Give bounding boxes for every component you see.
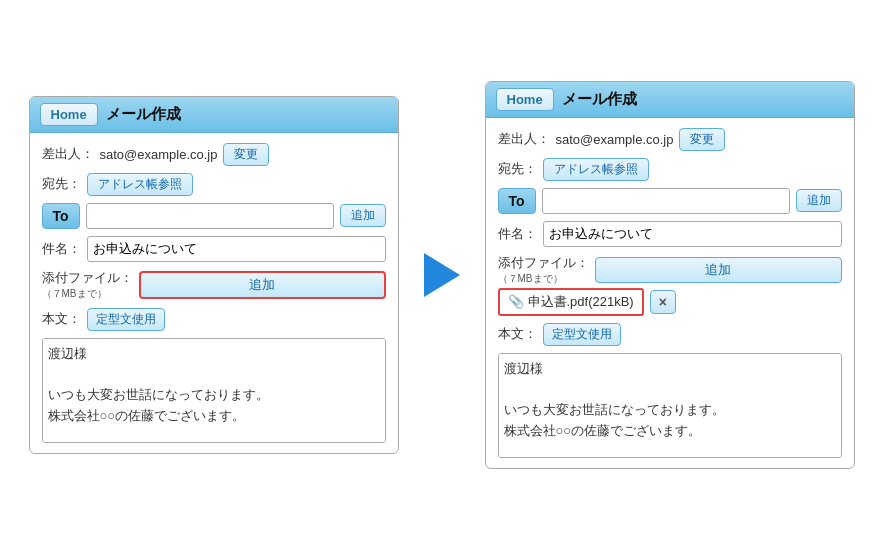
left-attach-add-button[interactable]: 追加: [139, 271, 386, 299]
left-to-add-button[interactable]: 追加: [340, 204, 386, 227]
right-body-label-row: 本文： 定型文使用: [498, 323, 842, 346]
right-panel-title: メール作成: [562, 90, 637, 109]
right-change-button[interactable]: 変更: [679, 128, 725, 151]
right-attach-label: 添付ファイル：: [498, 254, 589, 272]
right-subject-input[interactable]: [543, 221, 842, 247]
left-panel-title: メール作成: [106, 105, 181, 124]
left-recipient-row: 宛先： アドレス帳参照: [42, 173, 386, 196]
right-attach-row: 添付ファイル： （７MBまで） 追加: [498, 254, 842, 286]
right-panel-body: 差出人： sato@example.co.jp 変更 宛先： アドレス帳参照 T…: [486, 118, 854, 468]
left-body-label-row: 本文： 定型文使用: [42, 308, 386, 331]
left-to-badge: To: [42, 203, 80, 229]
right-attach-sublabel: （７MBまで）: [498, 272, 589, 286]
right-body-textarea[interactable]: 渡辺様 いつも大変お世話になっております。 株式会社○○の佐藤でございます。 先…: [498, 353, 842, 458]
paperclip-icon: 📎: [508, 294, 524, 309]
right-teikei-button[interactable]: 定型文使用: [543, 323, 621, 346]
left-home-button[interactable]: Home: [40, 103, 98, 126]
right-attached-file-row: 📎 申込書.pdf(221kB) ×: [498, 288, 842, 316]
right-attached-file-name: 申込書.pdf(221kB): [528, 293, 634, 311]
left-subject-input[interactable]: [87, 236, 386, 262]
right-subject-row: 件名：: [498, 221, 842, 247]
right-recipient-label: 宛先：: [498, 160, 537, 178]
left-sender-email: sato@example.co.jp: [100, 147, 218, 162]
left-address-book-button[interactable]: アドレス帳参照: [87, 173, 193, 196]
right-home-button[interactable]: Home: [496, 88, 554, 111]
right-sender-email: sato@example.co.jp: [556, 132, 674, 147]
left-to-input[interactable]: [86, 203, 334, 229]
left-panel: Home メール作成 差出人： sato@example.co.jp 変更 宛先…: [29, 96, 399, 454]
left-attach-row: 添付ファイル： （７MBまで） 追加: [42, 269, 386, 301]
right-sender-row: 差出人： sato@example.co.jp 変更: [498, 128, 842, 151]
right-to-row: To 追加: [498, 188, 842, 214]
left-sender-row: 差出人： sato@example.co.jp 変更: [42, 143, 386, 166]
right-to-badge: To: [498, 188, 536, 214]
left-attach-section: 添付ファイル： （７MBまで） 追加: [42, 269, 386, 301]
right-attach-add-button[interactable]: 追加: [595, 257, 842, 283]
left-subject-label: 件名：: [42, 240, 81, 258]
main-container: Home メール作成 差出人： sato@example.co.jp 変更 宛先…: [13, 65, 871, 485]
right-panel: Home メール作成 差出人： sato@example.co.jp 変更 宛先…: [485, 81, 855, 469]
right-arrow-icon: [424, 253, 460, 297]
left-body-label: 本文：: [42, 310, 81, 328]
left-attach-label: 添付ファイル：: [42, 269, 133, 287]
left-attach-label-col: 添付ファイル： （７MBまで）: [42, 269, 133, 301]
right-to-add-button[interactable]: 追加: [796, 189, 842, 212]
right-attach-label-col: 添付ファイル： （７MBまで）: [498, 254, 589, 286]
left-recipient-label: 宛先：: [42, 175, 81, 193]
left-panel-header: Home メール作成: [30, 97, 398, 133]
right-to-input[interactable]: [542, 188, 790, 214]
right-recipient-row: 宛先： アドレス帳参照: [498, 158, 842, 181]
right-sender-label: 差出人：: [498, 130, 550, 148]
right-body-label: 本文：: [498, 325, 537, 343]
left-panel-body: 差出人： sato@example.co.jp 変更 宛先： アドレス帳参照 T…: [30, 133, 398, 453]
left-teikei-button[interactable]: 定型文使用: [87, 308, 165, 331]
left-to-row: To 追加: [42, 203, 386, 229]
right-address-book-button[interactable]: アドレス帳参照: [543, 158, 649, 181]
right-attach-section: 添付ファイル： （７MBまで） 追加 📎 申込書.pdf(221kB) ×: [498, 254, 842, 316]
left-subject-row: 件名：: [42, 236, 386, 262]
right-panel-header: Home メール作成: [486, 82, 854, 118]
right-subject-label: 件名：: [498, 225, 537, 243]
right-delete-file-button[interactable]: ×: [650, 290, 676, 314]
left-body-textarea[interactable]: 渡辺様 いつも大変お世話になっております。 株式会社○○の佐藤でございます。 先…: [42, 338, 386, 443]
left-sender-label: 差出人：: [42, 145, 94, 163]
right-attached-file-badge: 📎 申込書.pdf(221kB): [498, 288, 644, 316]
left-attach-sublabel: （７MBまで）: [42, 287, 133, 301]
arrow-container: [417, 253, 467, 297]
left-change-button[interactable]: 変更: [223, 143, 269, 166]
